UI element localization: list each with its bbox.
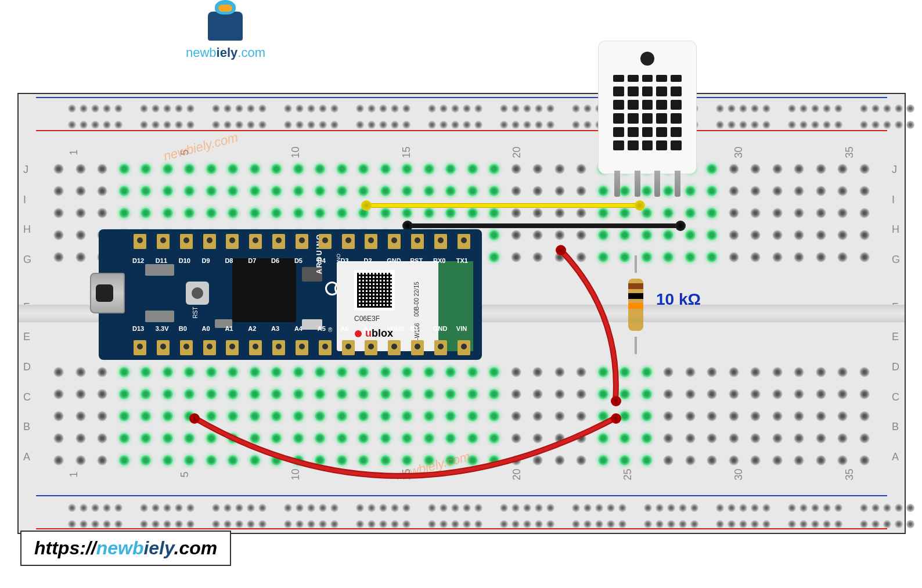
reset-button — [186, 282, 209, 305]
pin-d13: D13 — [134, 340, 146, 355]
pin-a6: A6 — [342, 340, 355, 355]
wire-endpoint — [361, 200, 372, 211]
pin-d10: D10 — [180, 234, 193, 249]
pin-vin: VIN — [458, 340, 470, 355]
pin-d9: D9 — [203, 234, 216, 249]
wifi-antenna — [438, 261, 473, 351]
mounting-hole — [640, 52, 654, 66]
main-chip — [232, 258, 296, 322]
pin-b0: B0 — [180, 340, 193, 355]
pins-top-row: D12D11D10D9D8D7D6D5D4D3D2GNDRSTRX0TX1 — [134, 234, 470, 249]
smd-component — [145, 264, 174, 276]
wire-endpoint — [611, 413, 621, 424]
pin-d6: D6 — [272, 234, 285, 249]
qr-code-icon — [354, 270, 395, 311]
band-brown — [628, 283, 643, 289]
dht22-sensor — [598, 41, 697, 174]
pin-vbus: VBUS — [388, 340, 401, 355]
wire-endpoint — [611, 396, 621, 406]
sensor-grille — [613, 73, 682, 150]
dht-pin-vcc — [614, 171, 620, 197]
pin-a0: A0 — [203, 340, 216, 355]
wire-endpoint — [189, 413, 200, 424]
pin-tx1: TX1 — [458, 234, 470, 249]
dht-pins — [607, 171, 687, 197]
reg-mark: ® — [328, 327, 332, 333]
pin-d7: D7 — [249, 234, 262, 249]
pin-rx0: RX0 — [434, 234, 447, 249]
band-black — [628, 293, 643, 299]
pin-d2: D2 — [365, 234, 377, 249]
pin-a1: A1 — [226, 340, 239, 355]
pin-d3: D3 — [342, 234, 355, 249]
resistor-value-label: 10 kΩ — [656, 290, 701, 309]
arduino-nano-esp32: RST ARDUINO NANO ESP32 ® C06E3F ublox 00… — [99, 229, 482, 360]
band-gold — [628, 318, 643, 324]
wifi-side-text: 00B-00 22/15 — [413, 282, 419, 316]
pin-d12: D12 — [134, 234, 146, 249]
rst-label: RST — [192, 307, 199, 319]
pin-a4: A4 — [296, 340, 308, 355]
resistor-10k — [628, 270, 643, 340]
dht-pin-data — [635, 171, 640, 197]
svg-point-0 — [355, 330, 362, 337]
pin-d11: D11 — [157, 234, 170, 249]
resistor-lead — [635, 337, 637, 354]
pin-gnd: GND — [388, 234, 401, 249]
site-url: https://newbiely.com — [20, 531, 231, 566]
wifi-code: C06E3F — [354, 315, 380, 323]
resistor-body — [628, 279, 643, 331]
band-orange — [628, 303, 643, 309]
pin-d8: D8 — [226, 234, 239, 249]
pin-d5: D5 — [296, 234, 308, 249]
pin-a5: A5 — [319, 340, 332, 355]
dht-pin-gnd — [675, 171, 680, 197]
smd-component — [145, 311, 174, 322]
wire-gnd-black — [406, 223, 679, 228]
wifi-module: C06E3F ublox 00B-00 22/15 NORA-W106 — [337, 261, 473, 351]
wire-data-yellow — [366, 203, 639, 208]
pin-3.3v: 3.3V — [157, 340, 170, 355]
usb-c-port — [90, 273, 125, 313]
resistor-lead — [635, 255, 637, 273]
wire-endpoint — [556, 245, 566, 255]
pin-d4: D4 — [319, 234, 332, 249]
pin-a3: A3 — [272, 340, 285, 355]
pin-a2: A2 — [249, 340, 262, 355]
pin-rst: RST — [411, 234, 424, 249]
pin-a7: A7 — [365, 340, 377, 355]
wire-endpoint — [675, 221, 686, 231]
pin-gnd: GND — [434, 340, 447, 355]
wire-endpoint — [635, 200, 645, 211]
pin-b1: B1 — [411, 340, 424, 355]
dht-pin-nc — [654, 171, 660, 197]
pins-bottom-row: D133.3VB0A0A1A2A3A4A5A6A7VBUSB1GNDVIN — [134, 340, 470, 355]
